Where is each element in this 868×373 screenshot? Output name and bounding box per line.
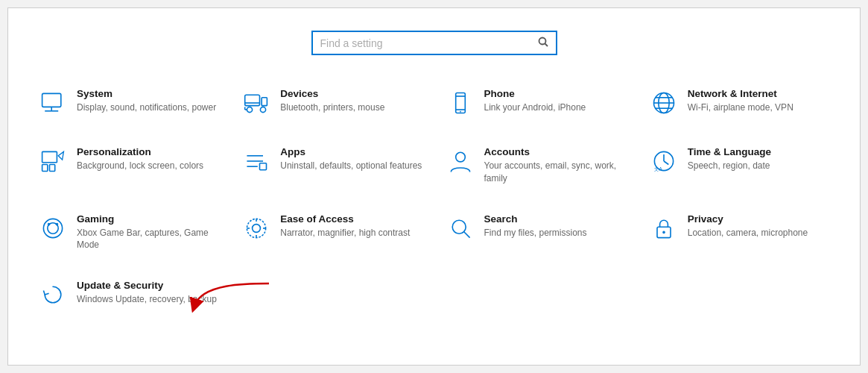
setting-item-accounts[interactable]: Accounts Your accounts, email, sync, wor…	[438, 136, 634, 195]
arrow-annotation	[187, 276, 276, 316]
setting-desc-ease: Narrator, magnifier, high contrast	[280, 227, 422, 239]
svg-point-28	[455, 152, 465, 162]
setting-item-ease[interactable]: Ease of Access Narrator, magnifier, high…	[234, 203, 430, 263]
setting-desc-apps: Uninstall, defaults, optional features	[280, 160, 422, 172]
setting-item-gaming[interactable]: Gaming Xbox Game Bar, captures, Game Mod…	[31, 203, 226, 263]
svg-rect-23	[50, 165, 55, 172]
svg-point-9	[247, 107, 253, 112]
time-icon: 文A	[649, 146, 679, 176]
svg-rect-2	[42, 93, 61, 107]
settings-window: System Display, sound, notifications, po…	[7, 7, 861, 366]
setting-title-personalization: Personalization	[77, 146, 219, 157]
setting-item-system[interactable]: System Display, sound, notifications, po…	[31, 78, 226, 128]
svg-point-37	[247, 219, 266, 237]
svg-rect-6	[262, 98, 267, 106]
svg-point-38	[253, 224, 261, 232]
settings-grid: System Display, sound, notifications, po…	[31, 78, 837, 320]
setting-item-network[interactable]: Network & Internet Wi-Fi, airplane mode,…	[642, 78, 837, 128]
setting-desc-privacy: Location, camera, microphone	[688, 227, 830, 239]
system-icon	[38, 88, 68, 118]
search-icon	[446, 213, 475, 243]
setting-title-devices: Devices	[280, 88, 422, 99]
svg-point-8	[261, 107, 266, 112]
svg-line-44	[463, 231, 469, 237]
setting-desc-personalization: Background, lock screen, colors	[77, 160, 219, 172]
search-bar[interactable]	[311, 31, 557, 55]
svg-text:文A: 文A	[654, 166, 662, 172]
setting-title-apps: Apps	[280, 146, 422, 157]
setting-item-apps[interactable]: Apps Uninstall, defaults, optional featu…	[234, 136, 430, 195]
setting-item-search[interactable]: Search Find my files, permissions	[438, 203, 634, 263]
svg-rect-5	[245, 95, 260, 105]
svg-point-0	[539, 38, 545, 45]
svg-point-15	[460, 111, 461, 113]
privacy-icon	[649, 213, 679, 243]
svg-point-36	[56, 222, 59, 225]
devices-icon	[241, 88, 271, 118]
search-bar-container	[31, 31, 837, 55]
svg-line-1	[545, 44, 548, 47]
setting-desc-gaming: Xbox Game Bar, captures, Game Mode	[77, 227, 219, 252]
svg-rect-27	[260, 163, 267, 170]
setting-desc-devices: Bluetooth, printers, mouse	[280, 101, 422, 114]
search-icon	[538, 37, 548, 49]
gaming-icon	[38, 213, 68, 243]
svg-rect-22	[42, 165, 48, 172]
setting-title-accounts: Accounts	[484, 146, 627, 157]
phone-icon	[446, 88, 475, 118]
setting-desc-accounts: Your accounts, email, sync, work, family	[484, 160, 627, 185]
setting-item-personalization[interactable]: Personalization Background, lock screen,…	[31, 136, 226, 195]
accounts-icon	[446, 146, 475, 176]
personalization-icon	[38, 146, 68, 176]
setting-title-network: Network & Internet	[688, 88, 830, 99]
setting-item-privacy[interactable]: Privacy Location, camera, microphone	[642, 203, 837, 263]
svg-line-31	[664, 161, 668, 165]
search-input[interactable]	[320, 37, 538, 49]
svg-rect-21	[42, 151, 57, 162]
svg-point-33	[43, 219, 62, 237]
setting-title-ease: Ease of Access	[280, 213, 422, 225]
svg-point-46	[662, 231, 665, 233]
setting-desc-system: Display, sound, notifications, power	[77, 101, 219, 114]
setting-item-devices[interactable]: Devices Bluetooth, printers, mouse	[234, 78, 430, 128]
network-icon	[649, 88, 679, 118]
setting-desc-search: Find my files, permissions	[484, 227, 627, 239]
apps-icon	[241, 146, 271, 176]
setting-item-phone[interactable]: Phone Link your Android, iPhone	[438, 78, 634, 128]
ease-icon	[241, 213, 271, 243]
setting-title-search: Search	[484, 213, 627, 225]
setting-title-gaming: Gaming	[77, 213, 219, 225]
update-icon	[38, 280, 68, 310]
setting-title-phone: Phone	[484, 88, 627, 99]
setting-item-time[interactable]: 文A Time & Language Speech, region, date	[642, 136, 837, 195]
setting-desc-time: Speech, region, date	[688, 160, 830, 172]
svg-point-35	[48, 222, 51, 225]
setting-title-privacy: Privacy	[688, 213, 830, 225]
setting-title-time: Time & Language	[688, 146, 830, 157]
setting-desc-phone: Link your Android, iPhone	[484, 101, 627, 114]
setting-desc-network: Wi-Fi, airplane mode, VPN	[688, 101, 830, 114]
setting-title-system: System	[77, 88, 219, 99]
